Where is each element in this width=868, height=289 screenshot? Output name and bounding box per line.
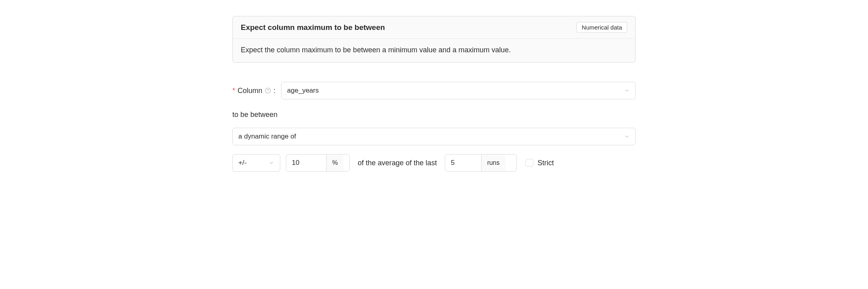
strict-label: Strict bbox=[537, 159, 554, 167]
chevron-down-icon bbox=[624, 88, 630, 93]
avg-text: of the average of the last bbox=[358, 159, 437, 167]
direction-value: +/- bbox=[238, 159, 246, 167]
column-row: * Column : age_years bbox=[232, 82, 636, 99]
percent-input[interactable] bbox=[286, 154, 326, 171]
chevron-down-icon bbox=[269, 160, 274, 166]
svg-point-0 bbox=[265, 88, 270, 93]
column-select[interactable]: age_years bbox=[281, 82, 636, 99]
help-icon[interactable] bbox=[265, 87, 271, 94]
dynamic-params-row: +/- % of the average of the last runs St… bbox=[232, 154, 636, 172]
direction-select[interactable]: +/- bbox=[232, 154, 280, 172]
column-label-group: * Column : bbox=[232, 87, 275, 95]
strict-checkbox[interactable] bbox=[525, 159, 533, 167]
column-select-value: age_years bbox=[287, 87, 319, 95]
percent-input-group: % bbox=[286, 154, 350, 172]
data-type-badge: Numerical data bbox=[577, 22, 627, 33]
required-asterisk: * bbox=[232, 87, 235, 95]
chevron-down-icon bbox=[624, 134, 630, 139]
column-label: Column bbox=[238, 87, 262, 95]
card-description: Expect the column maximum to be between … bbox=[233, 39, 635, 62]
form-container: Expect column maximum to be between Nume… bbox=[232, 16, 636, 172]
expectation-card: Expect column maximum to be between Nume… bbox=[232, 16, 636, 63]
runs-input-group: runs bbox=[445, 154, 517, 172]
svg-point-1 bbox=[268, 92, 268, 92]
runs-suffix: runs bbox=[481, 154, 505, 171]
range-type-select[interactable]: a dynamic range of bbox=[232, 128, 636, 145]
card-header: Expect column maximum to be between Nume… bbox=[233, 16, 635, 39]
to-be-between-text: to be between bbox=[232, 111, 636, 119]
percent-suffix: % bbox=[326, 154, 343, 171]
card-title: Expect column maximum to be between bbox=[241, 23, 385, 32]
strict-checkbox-group: Strict bbox=[525, 159, 554, 167]
label-colon: : bbox=[273, 87, 275, 95]
range-type-value: a dynamic range of bbox=[238, 133, 296, 141]
runs-input[interactable] bbox=[445, 154, 481, 171]
